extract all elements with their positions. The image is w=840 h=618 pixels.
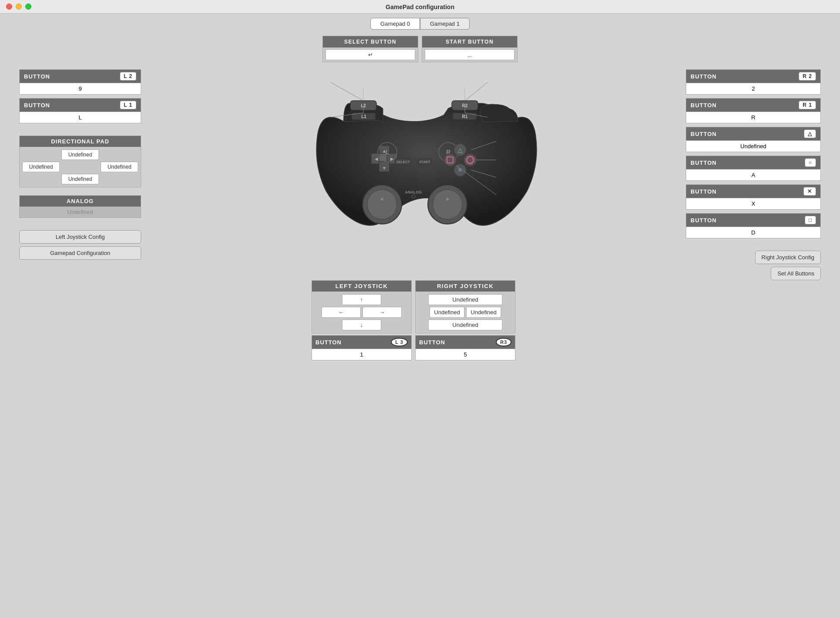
right-joystick-up[interactable]: Undefined (428, 294, 502, 305)
button-r3-header: BUTTON R3 (416, 336, 515, 349)
button-r3-value[interactable]: 5 (416, 349, 515, 360)
svg-point-28 (446, 198, 449, 200)
tab-gamepad-0[interactable]: Gamepad 0 (370, 18, 420, 30)
svg-text:L: L (386, 149, 390, 156)
right-joystick-section: RIGHT JOYSTICK Undefined Undefined Undef… (415, 280, 515, 333)
right-joystick-down[interactable]: Undefined (428, 319, 502, 330)
button-r3-section: BUTTON R3 5 (415, 335, 515, 360)
left-column: BUTTON L 2 9 BUTTON L 1 L DIRECTIONAL PA… (19, 65, 141, 260)
dpad-header: DIRECTIONAL PAD (20, 136, 141, 147)
left-joystick-down[interactable]: ↓ (342, 319, 381, 330)
svg-text:R1: R1 (462, 114, 468, 119)
maximize-button[interactable] (25, 3, 31, 10)
svg-point-27 (433, 190, 462, 219)
button-r1-header: BUTTON R 1 (686, 98, 820, 112)
window-title: GamePad configuration (386, 3, 454, 10)
select-button-section: SELECT BUTTON ↵ (322, 36, 418, 62)
gamepad-configuration-button[interactable]: Gamepad Configuration (19, 246, 141, 260)
button-r2-header: BUTTON R 2 (686, 70, 820, 83)
button-r2-badge: R 2 (799, 72, 816, 81)
set-all-buttons-button[interactable]: Set All Buttons (771, 267, 821, 280)
svg-point-25 (381, 198, 383, 200)
button-l2-value[interactable]: 9 (20, 83, 141, 94)
button-x-section: BUTTON ✕ X (686, 184, 821, 210)
button-l3-section: BUTTON L 3 1 (312, 335, 412, 360)
button-square-badge: □ (805, 216, 816, 224)
button-triangle-badge: △ (804, 129, 816, 138)
left-joystick-right[interactable]: → (362, 307, 402, 318)
button-r1-value[interactable]: R (686, 112, 820, 123)
right-joystick-left[interactable]: Undefined (430, 307, 464, 318)
svg-text:△: △ (458, 146, 463, 153)
button-l1-value[interactable]: L (20, 112, 141, 123)
dpad-right[interactable]: Undefined (101, 162, 138, 172)
dpad-left[interactable]: Undefined (22, 162, 60, 172)
svg-point-39 (444, 154, 456, 166)
start-button-value[interactable]: ⎵ (425, 49, 515, 60)
select-button-value[interactable]: ↵ (325, 49, 415, 60)
button-x-header: BUTTON ✕ (686, 185, 820, 198)
button-r2-value[interactable]: 2 (686, 83, 820, 94)
analog-section: ANALOG Undefined (19, 195, 141, 218)
svg-text:ANALOG: ANALOG (405, 190, 422, 194)
button-square-value[interactable]: D (686, 227, 820, 238)
dpad-down[interactable]: Undefined (61, 174, 99, 184)
traffic-lights (6, 3, 31, 10)
left-joystick-section: LEFT JOYSTICK ↑ ← → ↓ (312, 280, 412, 333)
button-x-value[interactable]: X (686, 198, 820, 209)
left-joystick-config-button[interactable]: Left Joystick Config (19, 230, 141, 244)
button-triangle-value[interactable]: Undefined (686, 140, 820, 152)
button-circle-section: BUTTON ○ A (686, 156, 821, 181)
button-x-badge: ✕ (803, 187, 816, 196)
button-r1-section: BUTTON R 1 R (686, 98, 821, 123)
start-button-section: START BUTTON ⎵ (422, 36, 518, 62)
button-circle-badge: ○ (805, 158, 816, 167)
button-square-header: BUTTON □ (686, 214, 820, 227)
button-l1-header: BUTTON L 1 (20, 98, 141, 112)
svg-point-35 (464, 154, 476, 166)
button-square-section: BUTTON □ D (686, 213, 821, 238)
right-joystick-right[interactable]: Undefined (466, 307, 501, 318)
tab-gamepad-1[interactable]: Gamepad 1 (420, 18, 470, 30)
svg-text:START: START (419, 160, 430, 164)
right-column: BUTTON R 2 2 BUTTON R 1 R BUTTON △ Un (686, 65, 821, 280)
svg-text:◀: ◀ (375, 156, 378, 161)
tab-bar: Gamepad 0 Gamepad 1 (0, 14, 840, 34)
svg-text:L1: L1 (361, 114, 366, 119)
dpad-section: DIRECTIONAL PAD Undefined Undefined Unde… (19, 136, 141, 187)
svg-point-24 (367, 190, 397, 219)
button-r1-badge: R 1 (799, 101, 816, 109)
button-circle-header: BUTTON ○ (686, 156, 820, 169)
svg-text:SELECT: SELECT (396, 160, 410, 164)
button-l3-header: BUTTON L 3 (312, 336, 411, 349)
button-l1-badge: L 1 (120, 101, 136, 109)
svg-text:▼: ▼ (382, 166, 386, 170)
button-l1-section: BUTTON L 1 L (19, 98, 141, 123)
button-l2-badge: L 2 (120, 72, 136, 81)
left-joystick-header: LEFT JOYSTICK (312, 281, 411, 292)
close-button[interactable] (6, 3, 12, 10)
controller-center: L2 L1 R2 R1 (141, 65, 686, 248)
button-l2-header: BUTTON L 2 (20, 70, 141, 83)
dpad-up[interactable]: Undefined (61, 149, 99, 160)
minimize-button[interactable] (16, 3, 22, 10)
left-joystick-up[interactable]: ↑ (342, 294, 381, 305)
right-joystick-header: RIGHT JOYSTICK (416, 281, 515, 292)
title-bar: GamePad configuration (0, 0, 840, 14)
button-r2-section: BUTTON R 2 2 (686, 69, 821, 95)
button-l3-badge: L 3 (391, 338, 408, 346)
button-circle-value[interactable]: A (686, 169, 820, 180)
button-l3-value[interactable]: 1 (312, 349, 411, 360)
analog-value: Undefined (20, 207, 141, 217)
svg-line-49 (331, 82, 363, 101)
left-joystick-left[interactable]: ← (322, 307, 361, 318)
start-button-header: START BUTTON (422, 36, 517, 48)
svg-line-51 (465, 82, 488, 101)
button-triangle-header: BUTTON △ (686, 127, 820, 140)
button-l2-section: BUTTON L 2 9 (19, 69, 141, 95)
select-button-header: SELECT BUTTON (323, 36, 418, 48)
button-r3-badge: R3 (496, 338, 511, 346)
right-joystick-config-button[interactable]: Right Joystick Config (755, 251, 821, 264)
controller-svg: L2 L1 R2 R1 (287, 65, 540, 239)
analog-header: ANALOG (20, 196, 141, 207)
